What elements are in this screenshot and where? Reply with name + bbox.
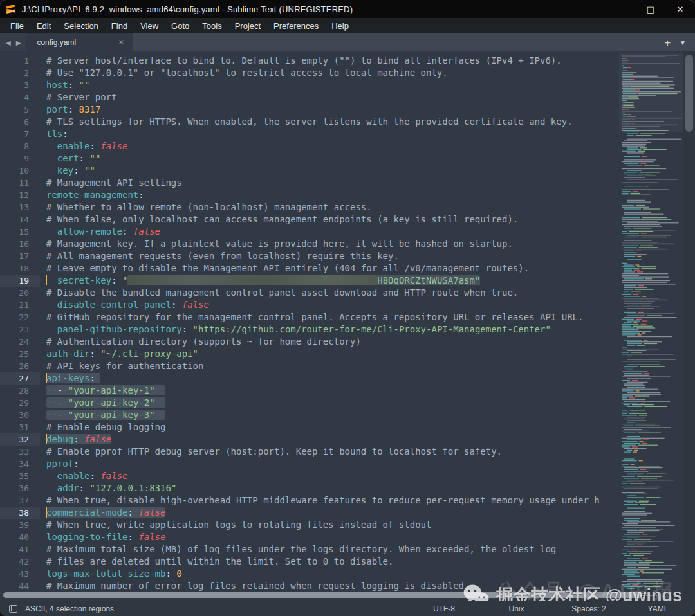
code-line[interactable]: 29··-·"your-api-key-2" xyxy=(0,397,695,409)
code-line[interactable]: 39# When true, write application logs to… xyxy=(0,519,695,531)
line-number: 6 xyxy=(0,116,40,128)
code-line[interactable]: 27api-keys: xyxy=(0,372,695,385)
menu-item-tools[interactable]: Tools xyxy=(196,19,228,33)
code-line[interactable]: 30··-·"your-api-key-3" xyxy=(0,409,695,421)
code-line[interactable]: 4# Server port xyxy=(0,91,695,104)
code-line[interactable]: 35 enable: false xyxy=(0,470,695,482)
code-line[interactable]: 34pprof: xyxy=(0,458,695,470)
tab-next-button[interactable]: ▶ xyxy=(14,38,23,48)
code-line[interactable]: 13# Whether to allow remote (non-localho… xyxy=(0,201,695,213)
code-line[interactable]: 12remote-management: xyxy=(0,189,695,201)
line-number: 9 xyxy=(0,152,40,165)
line-number: 25 xyxy=(0,348,40,360)
panel-toggle-icon[interactable] xyxy=(9,605,17,613)
code-line[interactable]: 17# All management requests (even from l… xyxy=(0,250,695,262)
menu-item-preferences[interactable]: Preferences xyxy=(267,19,325,33)
line-number: 12 xyxy=(0,189,40,201)
line-content: # Use "127.0.0.1" or "localhost" to rest… xyxy=(40,67,448,79)
code-line[interactable]: 42# files are deleted until within the l… xyxy=(0,556,695,568)
vertical-scrollbar[interactable] xyxy=(683,51,695,601)
code-line[interactable]: 19 secret-key: " H8OqORCZtNWUSA7asm" xyxy=(0,275,695,287)
tab-nav: ◀ ▶ xyxy=(0,33,26,51)
code-line[interactable]: 36 addr: "127.0.0.1:8316" xyxy=(0,482,695,494)
menu-item-goto[interactable]: Goto xyxy=(165,19,196,33)
line-content: # files are deleted until within the lim… xyxy=(40,556,393,568)
code-line[interactable]: 25auth-dir: "~/.cli-proxy-api" xyxy=(0,348,695,360)
tab-prev-button[interactable]: ◀ xyxy=(4,38,13,48)
new-tab-button[interactable]: + xyxy=(664,37,671,48)
menu-item-selection[interactable]: Selection xyxy=(57,19,104,33)
menu-item-help[interactable]: Help xyxy=(325,19,355,33)
tab-bar: ◀ ▶ config.yaml ✕ + ▼ xyxy=(0,33,695,51)
minimize-button[interactable]: — xyxy=(606,0,636,18)
line-content: ··-·"your-api-key-2" xyxy=(40,397,165,409)
code-line[interactable]: 33# Enable pprof HTTP debug server (host… xyxy=(0,446,695,458)
line-number: 36 xyxy=(0,482,40,494)
code-line[interactable]: 3host: "" xyxy=(0,79,695,91)
code-line[interactable]: 22# GitHub repository for the management… xyxy=(0,311,695,323)
line-number: 5 xyxy=(0,104,40,116)
code-line[interactable]: 24# Authentication directory (supports ~… xyxy=(0,336,695,348)
line-number: 22 xyxy=(0,311,40,323)
code-line[interactable]: 32debug: false xyxy=(0,433,695,446)
code-line[interactable]: 38commercial-mode: false xyxy=(0,507,695,519)
code-line[interactable]: 44# Maximum number of error log files re… xyxy=(0,580,695,592)
menu-item-find[interactable]: Find xyxy=(105,19,134,33)
line-number: 19 xyxy=(0,275,40,287)
code-line[interactable]: 21 disable-control-panel: false xyxy=(0,299,695,311)
code-line[interactable]: 14# When false, only localhost can acces… xyxy=(0,213,695,226)
text-cursor xyxy=(46,275,47,285)
minimap-viewport[interactable] xyxy=(619,53,683,132)
code-line[interactable]: 6# TLS settings for HTTPS. When enabled,… xyxy=(0,116,695,128)
code-line[interactable]: 31# Enable debug logging xyxy=(0,421,695,433)
code-line[interactable]: 40logging-to-file: false xyxy=(0,531,695,543)
line-content: # Enable pprof HTTP debug server (host:p… xyxy=(40,446,502,458)
code-line[interactable]: 43logs-max-total-size-mb: 0 xyxy=(0,568,695,580)
code-line[interactable]: 37# When true, disable high-overhead HTT… xyxy=(0,494,695,507)
menu-item-file[interactable]: File xyxy=(4,19,30,33)
vertical-scrollbar-thumb[interactable] xyxy=(685,55,693,132)
line-content: # When true, write application logs to r… xyxy=(40,519,431,531)
minimap[interactable] xyxy=(619,51,683,601)
menu-item-view[interactable]: View xyxy=(134,19,165,33)
tab-close-icon[interactable]: ✕ xyxy=(116,38,126,47)
line-number: 16 xyxy=(0,238,40,250)
code-line[interactable]: 1# Server host/interface to bind to. Def… xyxy=(0,55,695,67)
status-indentation[interactable]: Spaces: 2 xyxy=(550,604,627,613)
code-line[interactable]: 41# Maximum total size (MB) of log files… xyxy=(0,543,695,556)
code-line[interactable]: 5port: 8317 xyxy=(0,104,695,116)
code-line[interactable]: 11# Management API settings xyxy=(0,177,695,189)
line-number: 7 xyxy=(0,128,40,140)
code-editor[interactable]: 1# Server host/interface to bind to. Def… xyxy=(0,51,695,601)
close-button[interactable]: ✕ xyxy=(665,0,695,18)
line-number: 23 xyxy=(0,323,40,336)
line-number: 38 xyxy=(0,507,40,519)
selection-region: ··-·"your-api-key-3" xyxy=(46,410,165,420)
menu-item-edit[interactable]: Edit xyxy=(30,19,57,33)
horizontal-scrollbar-thumb[interactable] xyxy=(3,592,642,598)
code-line[interactable]: 16# Management key. If a plaintext value… xyxy=(0,238,695,250)
status-bar: ASCII, 4 selection regions UTF-8 Unix Sp… xyxy=(0,601,695,616)
selection-region: commercial-mode: false xyxy=(46,507,165,518)
code-line[interactable]: 26# API keys for authentication xyxy=(0,360,695,372)
code-line[interactable]: 2# Use "127.0.0.1" or "localhost" to res… xyxy=(0,67,695,79)
line-number: 8 xyxy=(0,140,40,152)
status-encoding[interactable]: UTF-8 xyxy=(405,604,483,613)
code-line[interactable]: 23 panel-github-repository: "https://git… xyxy=(0,323,695,336)
status-line-endings[interactable]: Unix xyxy=(483,604,550,613)
code-line[interactable]: 20# Disable the bundled management contr… xyxy=(0,287,695,299)
code-line[interactable]: 28··-·"your-api-key-1" xyxy=(0,385,695,397)
tab-overflow-dropdown[interactable]: ▼ xyxy=(680,39,686,46)
code-line[interactable]: 15 allow-remote: false xyxy=(0,226,695,238)
maximize-button[interactable]: □ xyxy=(636,0,665,18)
line-content: # Enable debug logging xyxy=(40,421,165,433)
code-line[interactable]: 8 enable: false xyxy=(0,140,695,152)
status-syntax[interactable]: YAML xyxy=(627,604,689,613)
code-line[interactable]: 18# Leave empty to disable the Managemen… xyxy=(0,262,695,275)
code-line[interactable]: 10 key: "" xyxy=(0,165,695,177)
tab-config-yaml[interactable]: config.yaml ✕ xyxy=(26,33,133,51)
menu-item-project[interactable]: Project xyxy=(228,19,267,33)
code-line[interactable]: 9 cert: "" xyxy=(0,152,695,165)
code-line[interactable]: 7tls: xyxy=(0,128,695,140)
selection-region: H8OqORCZtNWUSA7asm" xyxy=(127,275,480,285)
